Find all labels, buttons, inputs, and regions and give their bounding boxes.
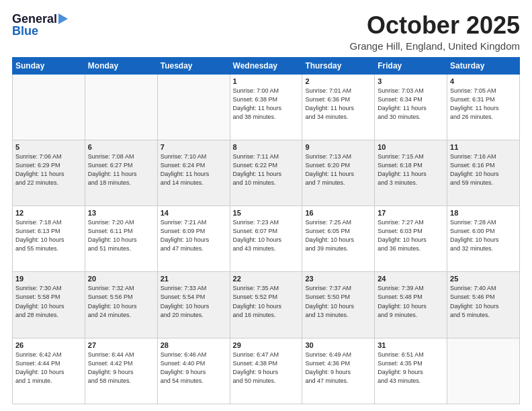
day-number: 21 <box>161 275 227 283</box>
logo: General Blue <box>12 12 69 37</box>
day-number: 7 <box>161 143 227 151</box>
day-number: 19 <box>15 275 82 283</box>
calendar-cell: 3Sunrise: 7:03 AM Sunset: 6:34 PM Daylig… <box>375 74 447 140</box>
weekday-header-friday: Friday <box>375 57 447 74</box>
logo-arrow-icon <box>58 12 69 26</box>
day-number: 3 <box>378 77 444 85</box>
day-info: Sunrise: 7:00 AM Sunset: 6:38 PM Dayligh… <box>233 87 300 122</box>
day-number: 8 <box>233 143 300 151</box>
day-info: Sunrise: 7:40 AM Sunset: 5:46 PM Dayligh… <box>450 284 517 319</box>
day-number: 17 <box>378 209 444 217</box>
calendar-cell: 7Sunrise: 7:10 AM Sunset: 6:24 PM Daylig… <box>157 140 230 205</box>
calendar-cell: 4Sunrise: 7:05 AM Sunset: 6:31 PM Daylig… <box>447 74 520 140</box>
day-number: 24 <box>378 275 444 283</box>
calendar-table: SundayMondayTuesdayWednesdayThursdayFrid… <box>12 57 520 404</box>
day-info: Sunrise: 6:49 AM Sunset: 4:36 PM Dayligh… <box>305 351 371 385</box>
calendar-cell: 1Sunrise: 7:00 AM Sunset: 6:38 PM Daylig… <box>230 74 302 140</box>
calendar-cell: 18Sunrise: 7:28 AM Sunset: 6:00 PM Dayli… <box>447 206 520 272</box>
title-area: October 2025 Grange Hill, England, Unite… <box>350 12 520 52</box>
calendar-cell: 20Sunrise: 7:32 AM Sunset: 5:56 PM Dayli… <box>85 272 157 338</box>
day-info: Sunrise: 7:16 AM Sunset: 6:16 PM Dayligh… <box>450 152 517 187</box>
calendar-cell <box>85 74 157 140</box>
day-info: Sunrise: 7:13 AM Sunset: 6:20 PM Dayligh… <box>305 152 371 187</box>
day-number: 14 <box>161 209 227 217</box>
day-number: 29 <box>233 341 300 349</box>
calendar-cell: 19Sunrise: 7:30 AM Sunset: 5:58 PM Dayli… <box>13 272 85 338</box>
day-number: 31 <box>378 341 444 349</box>
calendar-cell: 22Sunrise: 7:35 AM Sunset: 5:52 PM Dayli… <box>230 272 302 338</box>
weekday-header-row: SundayMondayTuesdayWednesdayThursdayFrid… <box>13 57 520 74</box>
day-number: 15 <box>233 209 300 217</box>
day-number: 13 <box>88 209 154 217</box>
day-info: Sunrise: 7:18 AM Sunset: 6:13 PM Dayligh… <box>15 218 82 253</box>
day-number: 26 <box>15 341 82 349</box>
calendar-cell: 14Sunrise: 7:21 AM Sunset: 6:09 PM Dayli… <box>157 206 230 272</box>
day-info: Sunrise: 7:32 AM Sunset: 5:56 PM Dayligh… <box>88 284 154 319</box>
day-number: 30 <box>305 341 371 349</box>
calendar-cell: 23Sunrise: 7:37 AM Sunset: 5:50 PM Dayli… <box>302 272 375 338</box>
page: General Blue October 2025 Grange Hill, E… <box>0 0 532 411</box>
day-number: 16 <box>305 209 371 217</box>
calendar-cell: 31Sunrise: 6:51 AM Sunset: 4:35 PM Dayli… <box>375 338 447 404</box>
day-info: Sunrise: 7:11 AM Sunset: 6:22 PM Dayligh… <box>233 152 300 187</box>
calendar-cell: 17Sunrise: 7:27 AM Sunset: 6:03 PM Dayli… <box>375 206 447 272</box>
day-info: Sunrise: 7:33 AM Sunset: 5:54 PM Dayligh… <box>161 284 227 319</box>
calendar-cell: 24Sunrise: 7:39 AM Sunset: 5:48 PM Dayli… <box>375 272 447 338</box>
calendar-cell: 13Sunrise: 7:20 AM Sunset: 6:11 PM Dayli… <box>85 206 157 272</box>
day-info: Sunrise: 7:27 AM Sunset: 6:03 PM Dayligh… <box>378 218 444 253</box>
day-number: 25 <box>450 275 517 283</box>
calendar-cell: 30Sunrise: 6:49 AM Sunset: 4:36 PM Dayli… <box>302 338 375 404</box>
weekday-header-wednesday: Wednesday <box>230 57 302 74</box>
logo-blue: Blue <box>12 25 38 37</box>
calendar-cell: 12Sunrise: 7:18 AM Sunset: 6:13 PM Dayli… <box>13 206 85 272</box>
day-number: 28 <box>161 341 227 349</box>
header: General Blue October 2025 Grange Hill, E… <box>12 12 520 52</box>
calendar-cell: 25Sunrise: 7:40 AM Sunset: 5:46 PM Dayli… <box>447 272 520 338</box>
location: Grange Hill, England, United Kingdom <box>350 40 520 52</box>
weekday-header-tuesday: Tuesday <box>157 57 230 74</box>
week-row-1: 1Sunrise: 7:00 AM Sunset: 6:38 PM Daylig… <box>13 74 520 140</box>
calendar-cell: 2Sunrise: 7:01 AM Sunset: 6:36 PM Daylig… <box>302 74 375 140</box>
day-number: 2 <box>305 77 371 85</box>
day-number: 20 <box>88 275 154 283</box>
day-info: Sunrise: 7:10 AM Sunset: 6:24 PM Dayligh… <box>161 152 227 187</box>
day-number: 18 <box>450 209 517 217</box>
day-info: Sunrise: 7:37 AM Sunset: 5:50 PM Dayligh… <box>305 284 371 319</box>
day-info: Sunrise: 6:46 AM Sunset: 4:40 PM Dayligh… <box>161 351 227 385</box>
day-info: Sunrise: 7:03 AM Sunset: 6:34 PM Dayligh… <box>378 87 444 122</box>
day-info: Sunrise: 7:01 AM Sunset: 6:36 PM Dayligh… <box>305 87 371 122</box>
week-row-4: 19Sunrise: 7:30 AM Sunset: 5:58 PM Dayli… <box>13 272 520 338</box>
day-number: 4 <box>450 77 517 85</box>
svg-marker-0 <box>58 13 68 24</box>
day-info: Sunrise: 7:28 AM Sunset: 6:00 PM Dayligh… <box>450 218 517 253</box>
calendar-cell: 6Sunrise: 7:08 AM Sunset: 6:27 PM Daylig… <box>85 140 157 205</box>
weekday-header-saturday: Saturday <box>447 57 520 74</box>
day-info: Sunrise: 7:20 AM Sunset: 6:11 PM Dayligh… <box>88 218 154 253</box>
calendar-cell: 5Sunrise: 7:06 AM Sunset: 6:29 PM Daylig… <box>13 140 85 205</box>
week-row-5: 26Sunrise: 6:42 AM Sunset: 4:44 PM Dayli… <box>13 338 520 404</box>
calendar-cell <box>157 74 230 140</box>
calendar-cell: 8Sunrise: 7:11 AM Sunset: 6:22 PM Daylig… <box>230 140 302 205</box>
day-info: Sunrise: 7:15 AM Sunset: 6:18 PM Dayligh… <box>378 152 444 187</box>
day-number: 27 <box>88 341 154 349</box>
day-number: 1 <box>233 77 300 85</box>
day-info: Sunrise: 7:30 AM Sunset: 5:58 PM Dayligh… <box>15 284 82 319</box>
calendar-cell: 29Sunrise: 6:47 AM Sunset: 4:38 PM Dayli… <box>230 338 302 404</box>
day-info: Sunrise: 6:44 AM Sunset: 4:42 PM Dayligh… <box>88 351 154 385</box>
day-info: Sunrise: 6:42 AM Sunset: 4:44 PM Dayligh… <box>15 351 82 385</box>
day-number: 6 <box>88 143 154 151</box>
month-title: October 2025 <box>350 12 520 39</box>
day-info: Sunrise: 7:21 AM Sunset: 6:09 PM Dayligh… <box>161 218 227 253</box>
calendar-cell: 26Sunrise: 6:42 AM Sunset: 4:44 PM Dayli… <box>13 338 85 404</box>
day-number: 22 <box>233 275 300 283</box>
day-info: Sunrise: 6:47 AM Sunset: 4:38 PM Dayligh… <box>233 351 300 385</box>
day-info: Sunrise: 6:51 AM Sunset: 4:35 PM Dayligh… <box>378 351 444 385</box>
week-row-2: 5Sunrise: 7:06 AM Sunset: 6:29 PM Daylig… <box>13 140 520 205</box>
day-number: 23 <box>305 275 371 283</box>
day-number: 10 <box>378 143 444 151</box>
day-number: 11 <box>450 143 517 151</box>
calendar-cell: 15Sunrise: 7:23 AM Sunset: 6:07 PM Dayli… <box>230 206 302 272</box>
weekday-header-thursday: Thursday <box>302 57 375 74</box>
day-number: 9 <box>305 143 371 151</box>
calendar-cell <box>447 338 520 404</box>
